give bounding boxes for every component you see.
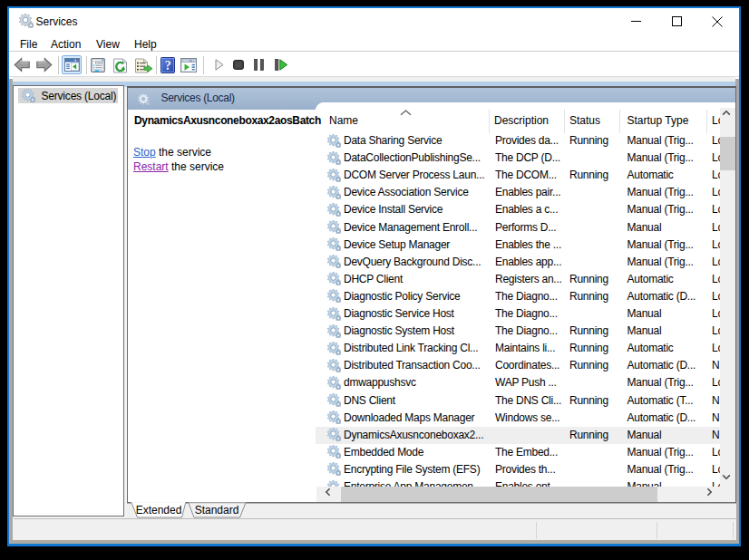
svg-text:?: ? <box>165 59 171 72</box>
svg-text:Extended: Extended <box>135 504 181 517</box>
svg-text:Standard: Standard <box>194 504 238 517</box>
